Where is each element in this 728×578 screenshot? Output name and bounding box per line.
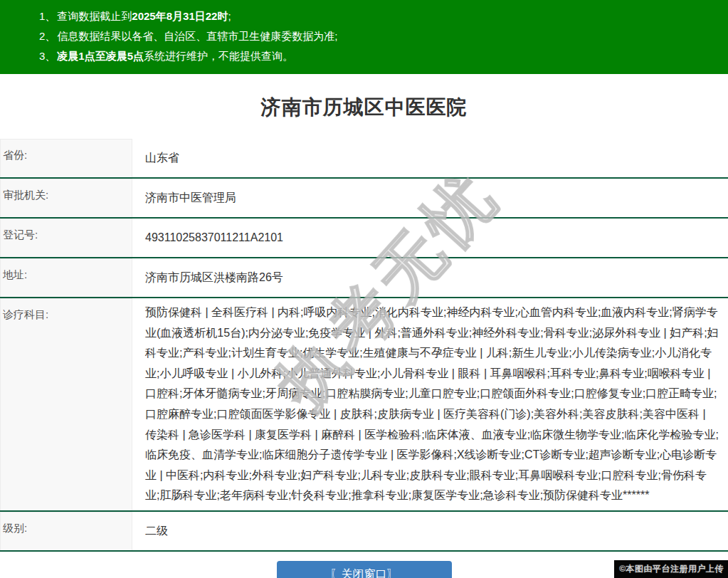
table-row: 级别: 二级	[0, 512, 728, 552]
notice-text: 查询数据截止到	[57, 10, 132, 22]
table-row: 诊疗科目: 预防保健科 | 全科医疗科 | 内科;呼吸内科专业;消化内科专业;神…	[0, 298, 728, 512]
table-row: 审批机关: 济南市中医管理局	[0, 179, 728, 219]
notice-text: 信息数据结果以各省、自治区、直辖市卫生健康委数据为准;	[57, 30, 337, 42]
row-value-level: 二级	[132, 512, 728, 550]
uploader-credit: ©本图由平台注册用户上传	[614, 560, 728, 578]
notice-number: 2、	[39, 30, 56, 42]
row-label-province: 省份:	[0, 139, 132, 177]
row-label-address: 地址:	[0, 258, 132, 297]
table-row: 地址: 济南市历城区洪楼南路26号	[0, 258, 728, 298]
notice-text: 系统进行维护，不能提供查询。	[144, 50, 293, 62]
notice-line-3: 3、凌晨1点至凌晨5点系统进行维护，不能提供查询。	[39, 46, 714, 66]
table-row: 省份: 山东省	[0, 139, 728, 179]
notice-number: 3、	[39, 50, 56, 62]
row-value-approval-authority: 济南市中医管理局	[132, 179, 728, 217]
table-row: 登记号: 49311025837011211A2101	[0, 219, 728, 258]
notice-text-bold: 2025年8月31日22时	[132, 10, 228, 22]
row-label-approval-authority: 审批机关:	[0, 179, 132, 217]
notice-line-2: 2、信息数据结果以各省、自治区、直辖市卫生健康委数据为准;	[39, 26, 714, 46]
hospital-info-table: 省份: 山东省 审批机关: 济南市中医管理局 登记号: 493110258370…	[0, 139, 728, 552]
row-label-registration-number: 登记号:	[0, 219, 132, 257]
page-title: 济南市历城区中医医院	[0, 74, 728, 139]
notice-text: ;	[228, 10, 231, 22]
notice-line-1: 1、查询数据截止到2025年8月31日22时;	[39, 6, 714, 26]
row-label-level: 级别:	[0, 512, 132, 550]
notice-banner: 1、查询数据截止到2025年8月31日22时; 2、信息数据结果以各省、自治区、…	[0, 0, 728, 74]
row-value-registration-number: 49311025837011211A2101	[132, 219, 728, 257]
notice-number: 1、	[39, 10, 56, 22]
row-label-medical-subjects: 诊疗科目:	[0, 298, 132, 510]
row-value-province: 山东省	[132, 139, 728, 177]
row-value-medical-subjects: 预防保健科 | 全科医疗科 | 内科;呼吸内科专业;消化内科专业;神经内科专业;…	[132, 298, 728, 510]
row-value-address: 济南市历城区洪楼南路26号	[132, 258, 728, 297]
notice-text-bold: 凌晨1点至凌晨5点	[57, 50, 144, 62]
close-window-button[interactable]: 〖关闭窗口〗	[277, 561, 452, 578]
